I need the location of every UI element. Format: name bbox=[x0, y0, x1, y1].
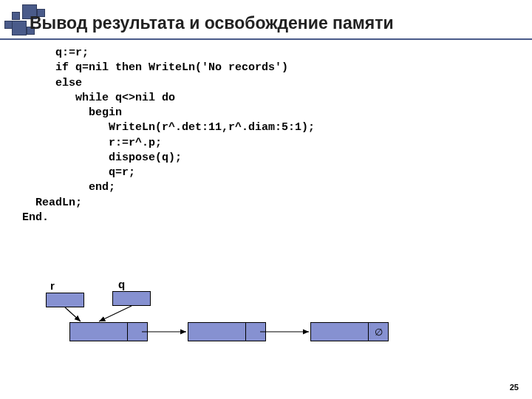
q-label: q bbox=[118, 278, 125, 290]
r-label: r bbox=[50, 279, 55, 292]
svg-line-1 bbox=[99, 306, 132, 321]
code-block: q:=r; if q=nil then WriteLn('No records'… bbox=[22, 46, 315, 225]
r-box bbox=[46, 293, 84, 307]
null-cell: ∅ bbox=[369, 323, 388, 341]
node-1 bbox=[69, 322, 148, 341]
title-underline bbox=[0, 38, 532, 40]
svg-line-0 bbox=[65, 307, 81, 321]
page-title: Вывод результата и освобождение памяти bbox=[30, 13, 394, 33]
arrows bbox=[46, 279, 460, 361]
page-number: 25 bbox=[510, 383, 519, 392]
linked-list-diagram: r q ∅ bbox=[46, 279, 460, 361]
q-box bbox=[112, 291, 151, 306]
node-3: ∅ bbox=[310, 322, 389, 341]
node-2 bbox=[188, 322, 266, 341]
